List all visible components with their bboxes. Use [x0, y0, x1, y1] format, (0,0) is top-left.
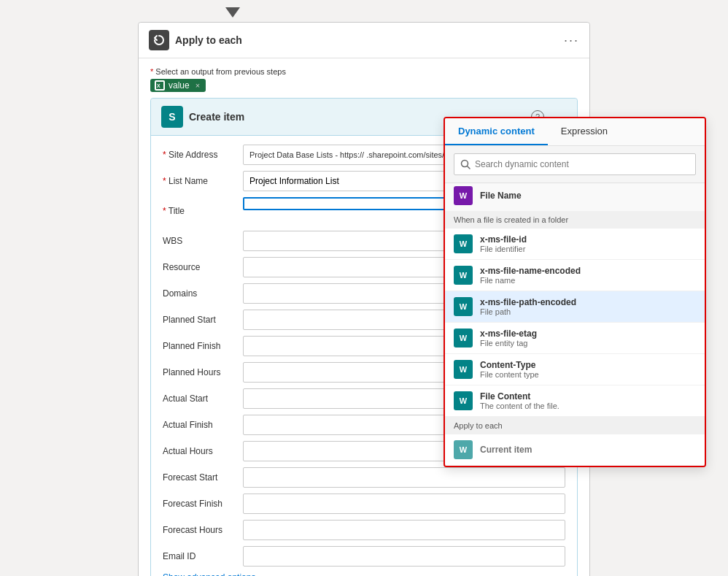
dynamic-item-icon-content-type: W [454, 360, 473, 379]
dynamic-list: W File Name When a file is created in a … [445, 183, 705, 466]
show-advanced-link[interactable]: Show advanced options ▼ [163, 572, 565, 576]
dynamic-item-text-current-item: Current item [480, 445, 532, 455]
dynamic-item-current-item[interactable]: W Current item [445, 434, 705, 466]
loop-icon [149, 30, 169, 50]
domains-label: Domains [163, 288, 243, 299]
apply-to-each-header: Apply to each ··· [139, 23, 589, 58]
file-name-row[interactable]: W File Name [445, 183, 705, 211]
svg-line-5 [468, 166, 471, 169]
create-item-title: Create item [189, 111, 244, 123]
file-name-icon: W [454, 186, 473, 205]
forecast-start-label: Forecast Start [163, 472, 243, 483]
title-label: Title [163, 206, 243, 216]
search-icon [460, 159, 471, 169]
forecast-hours-row: Forecast Hours [163, 520, 565, 540]
planned-hours-label: Planned Hours [163, 367, 243, 377]
dynamic-content-panel: Dynamic content Expression W File Name [444, 117, 706, 467]
dynamic-item-file-id[interactable]: W x-ms-file-id File identifier [445, 229, 705, 260]
dynamic-item-icon-file-path-encoded: W [454, 297, 473, 316]
section-apply-header: Apply to each [445, 417, 705, 434]
planned-finish-label: Planned Finish [163, 341, 243, 351]
value-tag[interactable]: X value × [150, 79, 206, 92]
dynamic-panel-tabs: Dynamic content Expression [445, 118, 705, 146]
dynamic-item-file-name-encoded[interactable]: W x-ms-file-name-encoded File name [445, 260, 705, 291]
dynamic-search-area [445, 146, 705, 183]
dynamic-item-text-file-etag: x-ms-file-etag File entity tag [480, 329, 537, 347]
dynamic-item-icon-current-item: W [454, 440, 473, 459]
dynamic-item-icon-file-name-encoded: W [454, 266, 473, 285]
sharepoint-icon: S [161, 106, 183, 128]
dynamic-item-icon-file-content: W [454, 391, 473, 410]
email-id-label: Email ID [163, 551, 243, 561]
tab-expression[interactable]: Expression [548, 118, 621, 145]
forecast-hours-label: Forecast Hours [163, 525, 243, 535]
dynamic-item-text-file-path-encoded: x-ms-file-path-encoded File path [480, 297, 576, 316]
file-name-text: File Name [480, 191, 522, 201]
forecast-finish-label: Forecast Finish [163, 499, 243, 509]
dynamic-item-content-type[interactable]: W Content-Type File content type [445, 354, 705, 385]
dynamic-search-input[interactable] [475, 159, 689, 169]
dynamic-item-text-file-id: x-ms-file-id File identifier [480, 234, 527, 253]
actual-start-label: Actual Start [163, 393, 243, 404]
value-tag-remove[interactable]: × [195, 81, 200, 90]
forecast-start-row: Forecast Start [163, 467, 565, 488]
dynamic-item-text-file-content: File Content The content of the file. [480, 391, 559, 410]
tab-dynamic-content[interactable]: Dynamic content [445, 118, 548, 145]
wbs-label: WBS [163, 236, 243, 246]
dynamic-item-text-file-name-encoded: x-ms-file-name-encoded File name [480, 266, 581, 285]
email-id-row: Email ID [163, 546, 565, 567]
email-id-input[interactable] [243, 546, 565, 567]
value-tag-text: value [169, 80, 190, 91]
select-output-label: Select an output from previous steps [150, 67, 578, 76]
forecast-start-input[interactable] [243, 467, 565, 488]
show-advanced-chevron: ▼ [258, 574, 266, 577]
forecast-finish-input[interactable] [243, 494, 565, 514]
forecast-finish-row: Forecast Finish [163, 494, 565, 514]
forecast-hours-input[interactable] [243, 520, 565, 540]
dynamic-item-text-content-type: Content-Type File content type [480, 360, 539, 379]
dynamic-item-file-content[interactable]: W File Content The content of the file. [445, 385, 705, 417]
apply-to-each-title: Apply to each [175, 34, 242, 46]
flow-arrow [225, 7, 240, 18]
list-name-label: List Name [163, 176, 243, 186]
excel-icon: X [155, 80, 165, 91]
dynamic-item-icon-file-etag: W [454, 329, 473, 347]
actual-finish-label: Actual Finish [163, 420, 243, 430]
actual-hours-label: Actual Hours [163, 446, 243, 456]
create-item-header-left: S Create item [161, 106, 244, 128]
dynamic-search-inner [454, 153, 696, 175]
dynamic-item-file-etag[interactable]: W x-ms-file-etag File entity tag [445, 323, 705, 354]
site-address-label: Site Address [163, 150, 243, 160]
svg-text:X: X [157, 83, 160, 88]
planned-start-label: Planned Start [163, 315, 243, 325]
dynamic-item-file-path-encoded[interactable]: W x-ms-file-path-encoded File path [445, 291, 705, 323]
resource-label: Resource [163, 262, 243, 272]
section-folder-header: When a file is created in a folder [445, 211, 705, 229]
header-left: Apply to each [149, 30, 242, 50]
apply-to-each-menu[interactable]: ··· [564, 33, 579, 48]
dynamic-item-icon-file-id: W [454, 234, 473, 253]
